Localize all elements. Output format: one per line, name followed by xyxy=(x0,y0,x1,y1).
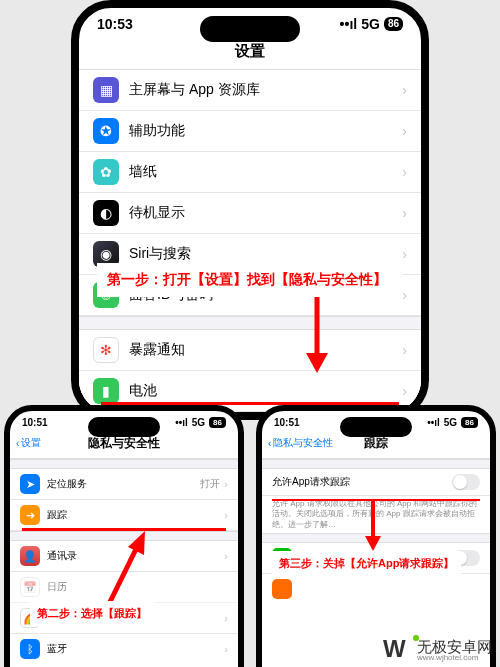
phone-mockup-settings: 10:53 ••ıl 5G 86 设置 ▦ 主屏幕与 App 资源库 › ✪ 辅… xyxy=(71,0,429,420)
chevron-right-icon: › xyxy=(402,164,407,180)
nav-bar: ‹ 设置 隐私与安全性 xyxy=(10,428,238,459)
signal-icon: ••ıl xyxy=(427,417,440,428)
battery-badge: 86 xyxy=(384,17,403,31)
annotation-step-1: 第一步：打开【设置】找到【隐私与安全性】 xyxy=(97,263,403,297)
annotation-step-3: 第三步：关掉【允许App请求跟踪】 xyxy=(272,551,461,576)
row-exposure[interactable]: ✻ 暴露通知 › xyxy=(79,330,421,371)
row-label: 辅助功能 xyxy=(129,122,402,140)
section-divider xyxy=(10,459,238,469)
chevron-right-icon: › xyxy=(402,246,407,262)
bluetooth-icon: ᛒ xyxy=(20,639,40,659)
chevron-right-icon: › xyxy=(224,509,228,521)
chevron-right-icon: › xyxy=(402,287,407,303)
row-label: 待机显示 xyxy=(129,204,402,222)
svg-line-2 xyxy=(108,541,140,606)
svg-marker-5 xyxy=(365,536,381,551)
row-allow-tracking[interactable]: 允许App请求跟踪 xyxy=(262,469,490,496)
row-label: 暴露通知 xyxy=(129,341,402,359)
watermark: W 无极安卓网 www.wjhotel.com xyxy=(383,635,492,665)
row-label: 定位服务 xyxy=(47,477,200,491)
phone-mockup-tracking: 10:51 ••ıl 5G 86 ‹ 隐私与安全性 跟踪 允许App请求跟踪 允… xyxy=(256,405,496,667)
page-title: 设置 xyxy=(235,42,265,59)
nav-bar: ‹ 隐私与安全性 跟踪 xyxy=(262,428,490,459)
back-button[interactable]: ‹ 隐私与安全性 xyxy=(268,436,333,450)
row-value: 打开 xyxy=(200,477,220,491)
grid-icon: ▦ xyxy=(93,77,119,103)
status-right: ••ıl 5G 86 xyxy=(427,417,478,428)
underline-annotation xyxy=(101,402,399,405)
status-time: 10:51 xyxy=(274,417,300,428)
row-location[interactable]: ➤ 定位服务 打开 › xyxy=(10,469,238,500)
chevron-right-icon: › xyxy=(402,82,407,98)
tracking-icon: ➜ xyxy=(20,505,40,525)
chevron-right-icon: › xyxy=(224,643,228,655)
chevron-right-icon: › xyxy=(402,342,407,358)
row-label: 电池 xyxy=(129,382,402,400)
row-label: 蓝牙 xyxy=(47,642,224,656)
arrow-down-icon xyxy=(362,501,384,551)
row-bluetooth[interactable]: ᛒ 蓝牙 › xyxy=(10,634,238,664)
location-icon: ➤ xyxy=(20,474,40,494)
row-tracking[interactable]: ➜ 跟踪 › xyxy=(10,500,238,531)
signal-icon: ••ıl xyxy=(175,417,188,428)
nav-bar: 设置 xyxy=(79,32,421,70)
network-label: 5G xyxy=(192,417,205,428)
watermark-text: 无极安卓网 xyxy=(417,639,492,654)
allow-tracking-toggle[interactable] xyxy=(452,474,480,490)
section-divider xyxy=(79,316,421,330)
flower-icon: ✿ xyxy=(93,159,119,185)
status-right: ••ıl 5G 86 xyxy=(340,16,403,32)
chevron-right-icon: › xyxy=(224,478,228,490)
page-title: 隐私与安全性 xyxy=(88,436,160,450)
row-app[interactable] xyxy=(262,574,490,604)
network-label: 5G xyxy=(444,417,457,428)
page-title: 跟踪 xyxy=(364,436,388,450)
app-icon xyxy=(272,579,292,599)
signal-icon: ••ıl xyxy=(340,16,358,32)
watermark-url: www.wjhotel.com xyxy=(417,654,492,662)
row-label: 跟踪 xyxy=(47,508,224,522)
status-time: 10:53 xyxy=(97,16,133,32)
calendar-icon: 📅 xyxy=(20,577,40,597)
network-label: 5G xyxy=(361,16,380,32)
chevron-right-icon: › xyxy=(402,205,407,221)
status-right: ••ıl 5G 86 xyxy=(175,417,226,428)
section-divider xyxy=(262,459,490,469)
accessibility-icon: ✪ xyxy=(93,118,119,144)
battery-badge: 86 xyxy=(209,417,226,428)
row-label: Siri与搜索 xyxy=(129,245,402,263)
row-standby[interactable]: ◐ 待机显示 › xyxy=(79,193,421,234)
battery-badge: 86 xyxy=(461,417,478,428)
back-button[interactable]: ‹ 设置 xyxy=(16,436,41,450)
annotation-step-2: 第二步：选择【跟踪】 xyxy=(30,601,154,626)
row-label: 墙纸 xyxy=(129,163,402,181)
row-home-screen[interactable]: ▦ 主屏幕与 App 资源库 › xyxy=(79,70,421,111)
row-accessibility[interactable]: ✪ 辅助功能 › xyxy=(79,111,421,152)
phone-mockup-privacy: 10:51 ••ıl 5G 86 ‹ 设置 隐私与安全性 ➤ 定位服务 打开 ›… xyxy=(4,405,244,667)
exposure-icon: ✻ xyxy=(93,337,119,363)
chevron-right-icon: › xyxy=(224,550,228,562)
settings-list: ▦ 主屏幕与 App 资源库 › ✪ 辅助功能 › ✿ 墙纸 › ◐ 待机显示 … xyxy=(79,70,421,420)
battery-icon: ▮ xyxy=(93,378,119,404)
arrow-up-icon xyxy=(100,531,150,611)
row-label: 允许App请求跟踪 xyxy=(272,475,452,489)
watermark-logo: W xyxy=(383,635,413,665)
row-wallpaper[interactable]: ✿ 墙纸 › xyxy=(79,152,421,193)
row-label: 主屏幕与 App 资源库 xyxy=(129,81,402,99)
chevron-right-icon: › xyxy=(402,123,407,139)
contacts-icon: 👤 xyxy=(20,546,40,566)
chevron-right-icon: › xyxy=(224,612,228,624)
chevron-right-icon: › xyxy=(402,383,407,399)
standby-icon: ◐ xyxy=(93,200,119,226)
svg-marker-1 xyxy=(306,353,328,373)
status-time: 10:51 xyxy=(22,417,48,428)
arrow-down-icon xyxy=(302,293,332,373)
